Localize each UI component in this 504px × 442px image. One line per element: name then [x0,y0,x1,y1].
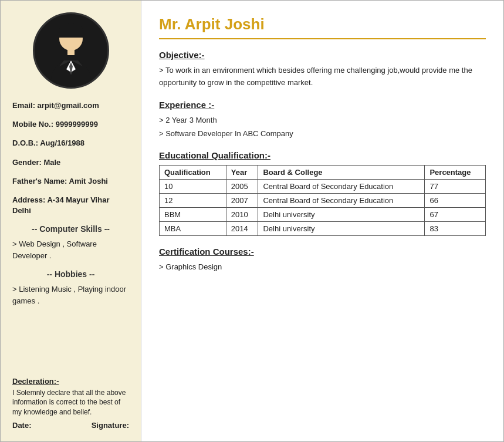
col-year: Year [226,165,258,179]
col-percentage: Percentage [425,165,486,179]
experience-item-2: > Software Developer In ABC Company [159,128,486,140]
experience-section: Experience :- > 2 Year 3 Month > Softwar… [159,100,486,140]
email-field: Email: arpit@gmail.com [12,100,129,111]
table-cell: 67 [425,207,486,221]
table-cell: BBM [160,207,226,221]
avatar [33,12,109,89]
hobbies-text: > Listening Music , Playing indoor games… [12,284,129,306]
experience-title: Experience :- [159,100,486,110]
certification-title: Certification Courses:- [159,247,486,257]
table-cell: Delhi university [258,207,425,221]
signature-label: Signature: [92,421,129,430]
table-cell: Central Board of Secondary Education [258,193,425,207]
certification-item-1: > Graphics Design [159,261,486,273]
hobbies-heading: -- Hobbies -- [12,269,129,279]
col-board: Board & College [258,165,425,179]
main-content: Mr. Arpit Joshi Objective:- > To work in… [141,1,503,441]
table-cell: 10 [160,179,226,193]
col-qualification: Qualification [160,165,226,179]
table-cell: 2007 [226,193,258,207]
mobile-field: Mobile No.: 9999999999 [12,119,129,130]
education-table: Qualification Year Board & College Perce… [159,165,486,236]
objective-text: > To work in an environment which beside… [159,65,486,89]
gender-field: Gender: Male [12,157,129,168]
table-row: 122007Central Board of Secondary Educati… [160,193,486,207]
dob-field: D.O.B.: Aug/16/1988 [12,138,129,149]
father-field: Father's Name: Amit Joshi [12,176,129,187]
table-cell: 12 [160,193,226,207]
address-field: Address: A-34 Mayur Vihar Delhi [12,195,129,216]
table-row: BBM2010Delhi university67 [160,207,486,221]
table-row: 102005Central Board of Secondary Educati… [160,179,486,193]
svg-rect-3 [67,49,75,55]
declaration-text: I Solemnly declare that all the above in… [12,388,129,417]
declaration-title: Decleration:- [12,377,129,386]
objective-section: Objective:- > To work in an environment … [159,50,486,89]
table-header-row: Qualification Year Board & College Perce… [160,165,486,179]
sidebar-info: Email: arpit@gmail.com Mobile No.: 99999… [9,100,132,315]
objective-title: Objective:- [159,50,486,60]
declaration-section: Decleration:- I Solemnly declare that al… [9,371,132,430]
date-label: Date: [12,421,32,430]
svg-rect-2 [59,29,83,38]
candidate-name: Mr. Arpit Joshi [159,15,486,33]
table-cell: 77 [425,179,486,193]
education-title: Educational Qualification:- [159,150,486,160]
table-row: MBA2014Delhi university83 [160,221,486,235]
date-signature-row: Date: Signature: [12,421,129,430]
table-cell: 2005 [226,179,258,193]
computer-skills-text: > Web Design , Software Developer . [12,238,129,261]
table-cell: Delhi university [258,221,425,235]
name-divider [159,38,486,39]
table-cell: 2014 [226,221,258,235]
table-cell: 66 [425,193,486,207]
certification-section: Certification Courses:- > Graphics Desig… [159,247,486,273]
table-cell: 2010 [226,207,258,221]
experience-item-1: > 2 Year 3 Month [159,114,486,126]
table-cell: MBA [160,221,226,235]
computer-skills-heading: -- Computer Skills -- [12,224,129,234]
sidebar: Email: arpit@gmail.com Mobile No.: 99999… [1,1,141,441]
table-cell: Central Board of Secondary Education [258,179,425,193]
table-cell: 83 [425,221,486,235]
resume-container: Email: arpit@gmail.com Mobile No.: 99999… [0,0,504,442]
education-section: Educational Qualification:- Qualificatio… [159,150,486,236]
